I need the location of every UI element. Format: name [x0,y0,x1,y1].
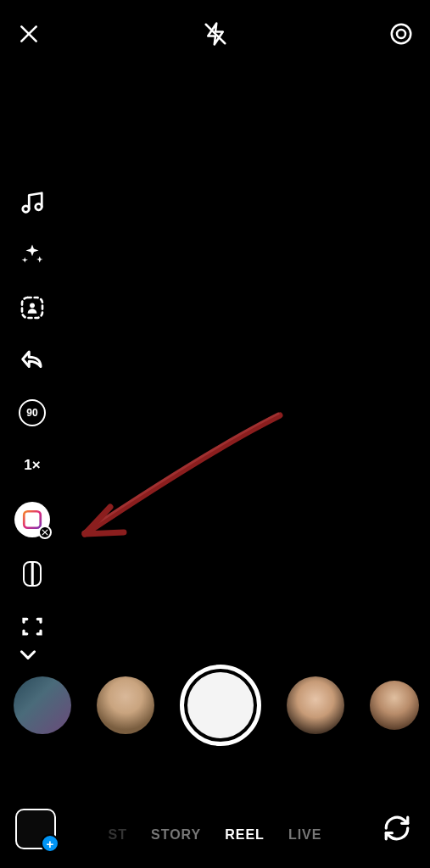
speed-button[interactable]: 1× [16,449,48,481]
mode-reel[interactable]: REEL [225,827,265,843]
svg-point-4 [392,25,411,44]
shutter-inner [187,672,254,738]
music-icon[interactable] [16,186,48,219]
layout-button[interactable] [14,502,50,537]
collapse-chevron-icon[interactable] [12,644,44,665]
mode-live[interactable]: LIVE [288,827,322,843]
effect-face-3[interactable] [370,681,419,730]
sparkles-icon[interactable] [16,239,48,271]
gallery-button[interactable]: + [15,809,56,849]
shutter-button[interactable] [180,665,261,746]
effect-face-1[interactable] [97,676,154,734]
speed-value: 1× [24,457,40,474]
plus-badge-icon: + [41,834,59,853]
flash-off-icon[interactable] [202,20,229,47]
duration-button[interactable]: 90 [16,397,48,429]
dual-icon[interactable] [16,558,48,590]
mode-post[interactable]: ST [109,827,127,843]
effect-gradient[interactable] [14,676,71,734]
camera-modes[interactable]: ST STORY REEL LIVE [59,827,371,843]
mode-story[interactable]: STORY [151,827,201,843]
duration-value: 90 [26,407,37,419]
svg-point-7 [36,203,42,210]
effect-face-2[interactable] [287,676,344,734]
effects-carousel[interactable] [0,663,430,748]
svg-point-9 [30,303,35,308]
settings-gear-icon[interactable] [388,20,415,47]
annotation-arrow-icon [59,407,288,551]
svg-point-6 [23,206,30,213]
reply-arrow-icon[interactable] [16,344,48,376]
close-icon[interactable] [15,20,42,47]
layout-close-badge-icon [38,526,52,539]
align-icon[interactable] [16,610,48,643]
top-bar [0,0,430,68]
person-cutout-icon[interactable] [16,292,48,324]
side-toolbar: 90 1× [12,186,53,643]
svg-point-5 [397,30,405,38]
switch-camera-icon[interactable] [379,810,415,846]
